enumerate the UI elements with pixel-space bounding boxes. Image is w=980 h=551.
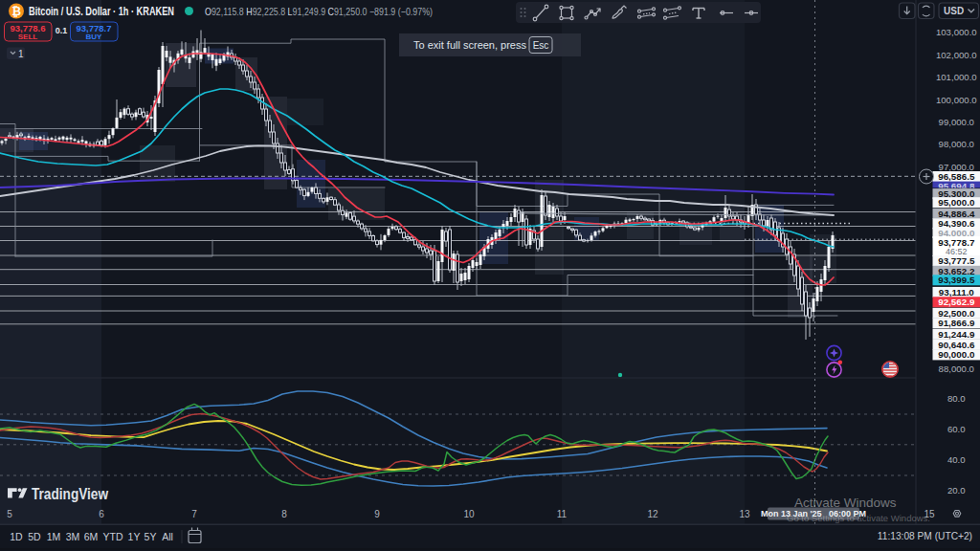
svg-text:Esc: Esc [533,40,549,51]
svg-text:6: 6 [99,509,104,519]
svg-text:10: 10 [463,509,475,519]
svg-text:94,886.4: 94,886.4 [938,209,975,219]
svg-text:TradingView: TradingView [32,486,108,502]
svg-text:93,778.6: 93,778.6 [11,23,46,33]
svg-text:0.1: 0.1 [56,26,68,35]
svg-text:USD: USD [944,6,964,16]
svg-text:93,399.5: 93,399.5 [938,275,975,285]
svg-text:96,586.5: 96,586.5 [938,171,975,182]
svg-text:5Y: 5Y [145,531,157,542]
svg-text:YTD: YTD [103,531,123,542]
svg-text:SELL: SELL [18,33,38,41]
svg-text:1M: 1M [47,531,61,542]
svg-text:80.0: 80.0 [947,393,966,404]
svg-text:1: 1 [18,49,24,59]
svg-text:91,244.9: 91,244.9 [938,329,975,340]
svg-text:6M: 6M [84,531,99,542]
svg-text:102,000.0: 102,000.0 [936,50,977,60]
svg-text:103,000.0: 103,000.0 [936,27,977,37]
svg-text:95,000.0: 95,000.0 [938,197,975,208]
svg-text:92,562.9: 92,562.9 [938,297,975,307]
svg-text:101,000.0: 101,000.0 [936,72,977,82]
svg-text:90,000.0: 90,000.0 [938,349,975,360]
svg-text:Go to Settings to activate Win: Go to Settings to activate Windows. [787,513,930,523]
svg-text:1D: 1D [10,531,23,542]
svg-text:60.0: 60.0 [947,424,966,434]
svg-text:1Y: 1Y [128,531,141,542]
svg-text:40.0: 40.0 [947,454,966,465]
svg-text:7: 7 [191,509,197,519]
svg-text:12: 12 [647,509,658,519]
svg-text:20.0: 20.0 [947,485,966,496]
svg-text:O92,115.8 H92,225.8 L91,249.9: O92,115.8 H92,225.8 L91,249.9 C91,250.0 … [205,6,433,17]
svg-text:BUY: BUY [86,33,103,41]
svg-text:5: 5 [7,509,12,519]
svg-text:93,777.5: 93,777.5 [938,255,975,266]
svg-text:100,000.0: 100,000.0 [936,95,977,105]
svg-text:93,111.0: 93,111.0 [939,287,975,298]
svg-text:Activate Windows: Activate Windows [794,496,897,510]
svg-text:88,000.0: 88,000.0 [939,364,974,374]
svg-text:11:13:08 PM (UTC+2): 11:13:08 PM (UTC+2) [878,531,972,541]
svg-text:98,000.0: 98,000.0 [939,139,974,149]
svg-text:13: 13 [739,509,750,519]
svg-text:11: 11 [557,509,568,519]
svg-text:5D: 5D [28,531,41,542]
svg-text:93,778.7: 93,778.7 [77,23,112,33]
svg-text:All: All [162,531,173,542]
svg-text:3M: 3M [66,531,80,542]
svg-text:92,500.0: 92,500.0 [938,308,975,319]
svg-text:To exit full screen, press: To exit full screen, press [413,39,526,51]
svg-text:8: 8 [281,509,287,519]
svg-text:90,640.6: 90,640.6 [938,340,975,350]
svg-text:91,866.9: 91,866.9 [938,318,975,328]
svg-text:99,000.0: 99,000.0 [939,117,974,127]
svg-text:₿: ₿ [11,5,21,18]
svg-text:9: 9 [374,509,380,519]
svg-text:Bitcoin / U.S. Dollar · 1h · K: Bitcoin / U.S. Dollar · 1h · KRAKEN [29,5,174,18]
